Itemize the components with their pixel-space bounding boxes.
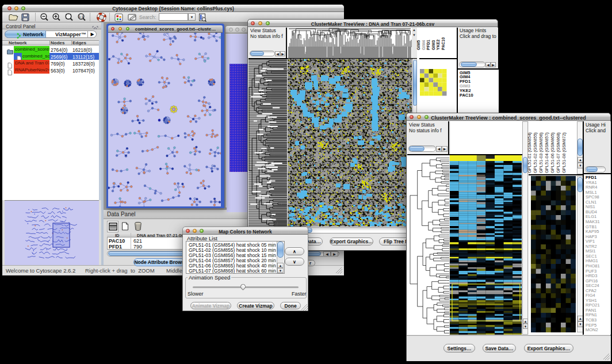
svg-text:1:1: 1:1 [79,15,83,18]
